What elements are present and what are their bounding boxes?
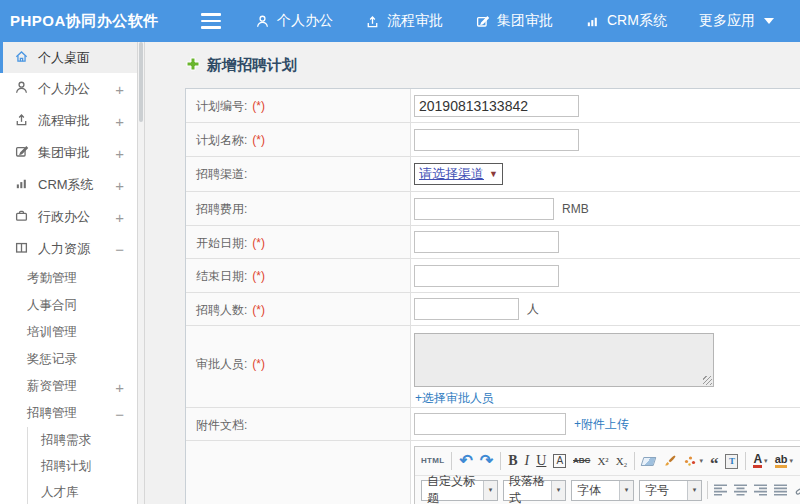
- format-brush-icon[interactable]: [662, 454, 676, 468]
- custom-title-combo[interactable]: 自定义标题▾: [421, 480, 498, 501]
- sidebar-item-training[interactable]: 培训管理: [0, 319, 137, 346]
- sidebar-item-crm-system[interactable]: CRM系统 +: [0, 169, 137, 201]
- font-color-button[interactable]: A▾: [753, 454, 767, 468]
- person-icon: [14, 80, 38, 98]
- resize-handle-icon[interactable]: [703, 376, 712, 385]
- caret-down-icon: [764, 18, 774, 24]
- dropdown-caret-icon: ▾: [789, 457, 793, 465]
- italic-icon[interactable]: I: [525, 454, 530, 468]
- auto-typeset-button[interactable]: ▾: [683, 454, 703, 468]
- link-icon[interactable]: [793, 483, 800, 497]
- choose-approver-link[interactable]: +选择审批人员: [415, 390, 494, 407]
- attachment-input[interactable]: [414, 413, 566, 435]
- align-justify-icon[interactable]: [773, 484, 788, 496]
- plan-number-input[interactable]: [414, 95, 579, 117]
- nav-label: 流程审批: [387, 12, 443, 30]
- sidebar-item-label: 薪资管理: [27, 378, 77, 395]
- form-row-approvers: 审批人员:(*) +选择审批人员: [186, 325, 800, 407]
- end-date-input[interactable]: [414, 265, 559, 287]
- background-color-button[interactable]: ab▾: [775, 454, 793, 468]
- field-label: 招聘渠道:: [186, 157, 411, 191]
- expand-toggle[interactable]: +: [115, 145, 124, 162]
- briefcase-icon: [14, 208, 38, 226]
- font-size-combo[interactable]: 字号▾: [639, 480, 702, 501]
- nav-crm-system[interactable]: CRM系统: [585, 12, 667, 30]
- page-header: 新增招聘计划: [186, 56, 800, 75]
- font-border-icon[interactable]: A: [553, 454, 566, 468]
- nav-workflow-approval[interactable]: 流程审批: [365, 12, 443, 30]
- collapse-toggle[interactable]: −: [115, 405, 124, 422]
- field-label: 附件文档:: [186, 408, 411, 440]
- form-row-plan-name: 计划名称:(*): [186, 122, 800, 156]
- align-center-icon[interactable]: [733, 484, 748, 496]
- attachment-upload-link[interactable]: +附件上传: [574, 416, 629, 433]
- undo-icon[interactable]: ↶: [459, 453, 472, 469]
- expand-toggle[interactable]: +: [115, 378, 124, 395]
- expand-toggle[interactable]: +: [115, 81, 124, 98]
- expand-toggle[interactable]: +: [115, 209, 124, 226]
- sidebar-item-hr-contract[interactable]: 人事合同: [0, 292, 137, 319]
- font-family-combo[interactable]: 字体▾: [571, 480, 634, 501]
- sidebar-item-label: 招聘计划: [41, 458, 91, 475]
- collapse-toggle[interactable]: −: [115, 241, 124, 258]
- sidebar-item-reward-punishment[interactable]: 奖惩记录: [0, 346, 137, 373]
- sidebar-item-personal-desktop[interactable]: 个人桌面: [0, 42, 137, 73]
- nav-group-approval[interactable]: 集团审批: [475, 12, 553, 30]
- align-left-icon[interactable]: [713, 484, 728, 496]
- form-row-channel: 招聘渠道: 请选择渠道 ▼: [186, 156, 800, 191]
- sidebar-item-workflow-approval[interactable]: 流程审批 +: [0, 105, 137, 137]
- field-label: 招聘人数:(*): [186, 293, 411, 325]
- required-marker: (*): [252, 303, 265, 317]
- unit-suffix: 人: [527, 301, 539, 318]
- plan-name-input[interactable]: [414, 129, 579, 151]
- sidebar-item-label: 人事合同: [27, 297, 77, 314]
- nav-personal-office[interactable]: 个人办公: [255, 12, 333, 30]
- approver-textarea[interactable]: [414, 333, 714, 387]
- cost-input[interactable]: [414, 198, 554, 220]
- eraser-icon[interactable]: [641, 457, 657, 466]
- source-code-button[interactable]: HTML: [421, 457, 444, 465]
- start-date-input[interactable]: [414, 231, 559, 253]
- select-arrow-icon: ▼: [489, 169, 498, 179]
- nav-label: 集团审批: [497, 12, 553, 30]
- align-right-icon[interactable]: [753, 484, 768, 496]
- nav-label: CRM系统: [607, 12, 667, 30]
- sidebar-scrollbar[interactable]: [137, 42, 145, 504]
- bold-icon[interactable]: B: [508, 454, 517, 468]
- app-window: PHPOA协同办公软件 个人办公 流程审批 集团审批 CRM系统 更多应用: [0, 0, 800, 504]
- sidebar-item-recruit-management[interactable]: 招聘管理−: [0, 400, 137, 427]
- hamburger-menu-icon[interactable]: [201, 13, 221, 29]
- sidebar-item-group-approval[interactable]: 集团审批 +: [0, 137, 137, 169]
- redo-icon[interactable]: ↷: [480, 453, 493, 469]
- blockquote-icon[interactable]: “: [710, 453, 719, 469]
- strikethrough-icon[interactable]: ABC: [573, 457, 590, 465]
- sidebar-item-label: 培训管理: [27, 324, 77, 341]
- toolbar-separator: [707, 481, 708, 499]
- nav-more-apps[interactable]: 更多应用: [699, 12, 774, 30]
- sidebar-item-personal-office[interactable]: 个人办公 +: [0, 73, 137, 105]
- subscript-icon[interactable]: X₂: [616, 456, 628, 467]
- paragraph-format-combo[interactable]: 段落格式▾: [503, 480, 566, 501]
- home-icon: [14, 49, 38, 67]
- sidebar-item-attendance[interactable]: 考勤管理: [0, 265, 137, 292]
- rich-text-editor: HTML ↶ ↷ B I U A ABC X² X₂: [414, 446, 800, 504]
- sidebar-item-human-resources[interactable]: 人力资源 −: [0, 233, 137, 265]
- app-logo[interactable]: PHPOA协同办公软件: [0, 12, 185, 31]
- headcount-input[interactable]: [414, 298, 519, 320]
- form-row-end-date: 结束日期:(*): [186, 258, 800, 292]
- superscript-icon[interactable]: X²: [597, 456, 608, 467]
- expand-toggle[interactable]: +: [115, 113, 124, 130]
- paste-icon[interactable]: T: [725, 454, 738, 469]
- sidebar-item-salary[interactable]: 薪资管理+: [0, 373, 137, 400]
- scrollbar-thumb[interactable]: [139, 42, 143, 122]
- underline-icon[interactable]: U: [536, 454, 546, 468]
- form-row-headcount: 招聘人数:(*) 人: [186, 292, 800, 325]
- sidebar-item-admin-office[interactable]: 行政办公 +: [0, 201, 137, 233]
- sidebar-item-label: 人力资源: [38, 240, 90, 258]
- expand-toggle[interactable]: +: [115, 177, 124, 194]
- sidebar-item-talent-pool[interactable]: 人才库: [28, 479, 137, 504]
- chart-icon: [14, 176, 38, 194]
- sidebar-item-recruit-plan[interactable]: 招聘计划: [28, 453, 137, 479]
- sidebar-item-recruit-demand[interactable]: 招聘需求: [28, 427, 137, 453]
- channel-select[interactable]: 请选择渠道 ▼: [414, 163, 503, 185]
